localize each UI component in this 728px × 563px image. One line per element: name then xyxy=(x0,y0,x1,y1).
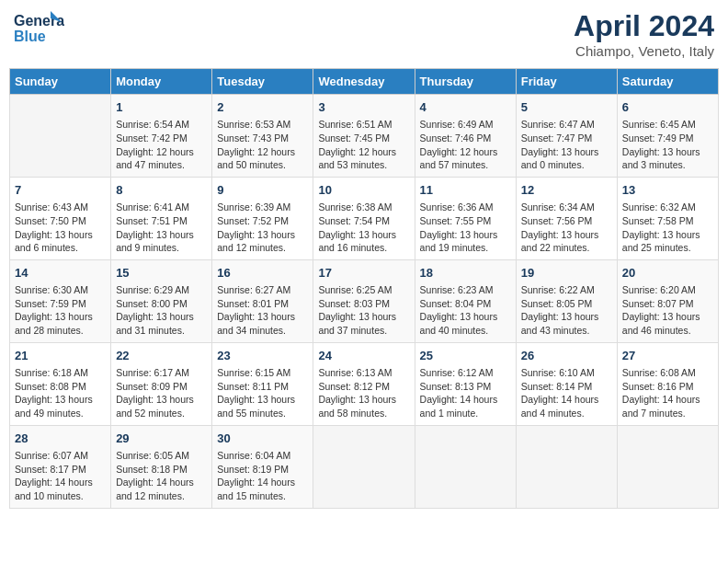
weekday-thursday: Thursday xyxy=(415,69,516,95)
calendar-cell: 26Sunrise: 6:10 AM Sunset: 8:14 PM Dayli… xyxy=(516,342,617,425)
weekday-wednesday: Wednesday xyxy=(313,69,415,95)
weekday-sunday: Sunday xyxy=(10,69,111,95)
calendar-cell: 5Sunrise: 6:47 AM Sunset: 7:47 PM Daylig… xyxy=(516,95,617,178)
svg-text:General: General xyxy=(14,13,64,29)
day-info: Sunrise: 6:20 AM Sunset: 8:07 PM Dayligh… xyxy=(622,283,713,338)
calendar-cell xyxy=(415,425,516,508)
day-info: Sunrise: 6:12 AM Sunset: 8:13 PM Dayligh… xyxy=(420,366,511,420)
day-number: 4 xyxy=(420,99,511,116)
calendar-cell: 16Sunrise: 6:27 AM Sunset: 8:01 PM Dayli… xyxy=(212,259,313,342)
day-info: Sunrise: 6:27 AM Sunset: 8:01 PM Dayligh… xyxy=(217,283,308,338)
calendar-cell: 17Sunrise: 6:25 AM Sunset: 8:03 PM Dayli… xyxy=(313,259,415,342)
day-info: Sunrise: 6:34 AM Sunset: 7:56 PM Dayligh… xyxy=(521,201,612,255)
calendar-cell: 30Sunrise: 6:04 AM Sunset: 8:19 PM Dayli… xyxy=(212,425,313,508)
day-info: Sunrise: 6:15 AM Sunset: 8:11 PM Dayligh… xyxy=(217,366,308,420)
logo: GeneralBlue xyxy=(14,9,64,46)
calendar-cell: 13Sunrise: 6:32 AM Sunset: 7:58 PM Dayli… xyxy=(617,177,718,259)
day-number: 7 xyxy=(15,182,106,199)
day-info: Sunrise: 6:47 AM Sunset: 7:47 PM Dayligh… xyxy=(521,118,612,172)
day-info: Sunrise: 6:38 AM Sunset: 7:54 PM Dayligh… xyxy=(318,201,409,255)
page-subtitle: Chiampo, Veneto, Italy xyxy=(574,43,714,59)
calendar-cell: 27Sunrise: 6:08 AM Sunset: 8:16 PM Dayli… xyxy=(617,342,718,425)
day-number: 8 xyxy=(116,182,207,199)
calendar-week-1: 1Sunrise: 6:54 AM Sunset: 7:42 PM Daylig… xyxy=(10,95,719,178)
day-number: 10 xyxy=(318,182,409,199)
day-info: Sunrise: 6:36 AM Sunset: 7:55 PM Dayligh… xyxy=(420,201,511,255)
calendar-cell: 7Sunrise: 6:43 AM Sunset: 7:50 PM Daylig… xyxy=(10,177,111,259)
calendar-cell: 28Sunrise: 6:07 AM Sunset: 8:17 PM Dayli… xyxy=(10,425,111,508)
calendar-cell xyxy=(313,425,415,508)
day-number: 17 xyxy=(318,265,409,282)
day-number: 16 xyxy=(217,265,308,282)
weekday-saturday: Saturday xyxy=(617,69,718,95)
day-info: Sunrise: 6:39 AM Sunset: 7:52 PM Dayligh… xyxy=(217,201,308,255)
logo-svg: GeneralBlue xyxy=(14,9,64,46)
day-info: Sunrise: 6:13 AM Sunset: 8:12 PM Dayligh… xyxy=(318,366,409,420)
day-number: 5 xyxy=(521,99,612,116)
calendar-cell: 6Sunrise: 6:45 AM Sunset: 7:49 PM Daylig… xyxy=(617,95,718,178)
calendar-cell: 19Sunrise: 6:22 AM Sunset: 8:05 PM Dayli… xyxy=(516,259,617,342)
day-number: 15 xyxy=(116,265,207,282)
day-number: 25 xyxy=(420,348,511,364)
calendar-cell: 11Sunrise: 6:36 AM Sunset: 7:55 PM Dayli… xyxy=(415,177,516,259)
title-block: April 2024 Chiampo, Veneto, Italy xyxy=(574,9,714,59)
calendar-cell: 2Sunrise: 6:53 AM Sunset: 7:43 PM Daylig… xyxy=(212,95,313,178)
day-number: 3 xyxy=(318,99,409,116)
day-info: Sunrise: 6:41 AM Sunset: 7:51 PM Dayligh… xyxy=(116,201,207,255)
page-header: GeneralBlue April 2024 Chiampo, Veneto, … xyxy=(9,9,719,59)
day-number: 20 xyxy=(622,265,713,282)
day-number: 9 xyxy=(217,182,308,199)
day-number: 24 xyxy=(318,348,409,364)
day-info: Sunrise: 6:49 AM Sunset: 7:46 PM Dayligh… xyxy=(420,118,511,172)
day-info: Sunrise: 6:32 AM Sunset: 7:58 PM Dayligh… xyxy=(622,201,713,255)
day-info: Sunrise: 6:30 AM Sunset: 7:59 PM Dayligh… xyxy=(15,283,106,338)
day-number: 28 xyxy=(15,431,106,447)
day-number: 1 xyxy=(116,99,207,116)
calendar-cell: 25Sunrise: 6:12 AM Sunset: 8:13 PM Dayli… xyxy=(415,342,516,425)
day-number: 6 xyxy=(622,99,713,116)
day-number: 18 xyxy=(420,265,511,282)
calendar-cell xyxy=(516,425,617,508)
calendar-cell: 15Sunrise: 6:29 AM Sunset: 8:00 PM Dayli… xyxy=(111,259,212,342)
day-number: 26 xyxy=(521,348,612,364)
day-info: Sunrise: 6:04 AM Sunset: 8:19 PM Dayligh… xyxy=(217,449,308,503)
weekday-tuesday: Tuesday xyxy=(212,69,313,95)
svg-text:Blue: Blue xyxy=(14,29,46,44)
calendar-cell xyxy=(617,425,718,508)
day-info: Sunrise: 6:07 AM Sunset: 8:17 PM Dayligh… xyxy=(15,449,106,503)
day-info: Sunrise: 6:22 AM Sunset: 8:05 PM Dayligh… xyxy=(521,283,612,338)
day-info: Sunrise: 6:10 AM Sunset: 8:14 PM Dayligh… xyxy=(521,366,612,420)
calendar-cell: 24Sunrise: 6:13 AM Sunset: 8:12 PM Dayli… xyxy=(313,342,415,425)
day-number: 13 xyxy=(622,182,713,199)
day-number: 12 xyxy=(521,182,612,199)
calendar-cell: 1Sunrise: 6:54 AM Sunset: 7:42 PM Daylig… xyxy=(111,95,212,178)
day-info: Sunrise: 6:18 AM Sunset: 8:08 PM Dayligh… xyxy=(15,366,106,420)
day-info: Sunrise: 6:54 AM Sunset: 7:42 PM Dayligh… xyxy=(116,118,207,172)
weekday-monday: Monday xyxy=(111,69,212,95)
calendar-cell: 18Sunrise: 6:23 AM Sunset: 8:04 PM Dayli… xyxy=(415,259,516,342)
calendar-week-3: 14Sunrise: 6:30 AM Sunset: 7:59 PM Dayli… xyxy=(10,259,719,342)
calendar-week-5: 28Sunrise: 6:07 AM Sunset: 8:17 PM Dayli… xyxy=(10,425,719,508)
day-number: 14 xyxy=(15,265,106,282)
day-info: Sunrise: 6:45 AM Sunset: 7:49 PM Dayligh… xyxy=(622,118,713,172)
calendar-cell: 23Sunrise: 6:15 AM Sunset: 8:11 PM Dayli… xyxy=(212,342,313,425)
calendar-cell: 10Sunrise: 6:38 AM Sunset: 7:54 PM Dayli… xyxy=(313,177,415,259)
day-info: Sunrise: 6:05 AM Sunset: 8:18 PM Dayligh… xyxy=(116,449,207,503)
calendar-cell: 20Sunrise: 6:20 AM Sunset: 8:07 PM Dayli… xyxy=(617,259,718,342)
day-number: 22 xyxy=(116,348,207,364)
day-number: 23 xyxy=(217,348,308,364)
calendar-cell: 22Sunrise: 6:17 AM Sunset: 8:09 PM Dayli… xyxy=(111,342,212,425)
day-info: Sunrise: 6:53 AM Sunset: 7:43 PM Dayligh… xyxy=(217,118,308,172)
calendar-table: SundayMondayTuesdayWednesdayThursdayFrid… xyxy=(9,68,719,509)
day-info: Sunrise: 6:51 AM Sunset: 7:45 PM Dayligh… xyxy=(318,118,409,172)
calendar-cell: 21Sunrise: 6:18 AM Sunset: 8:08 PM Dayli… xyxy=(10,342,111,425)
calendar-cell: 3Sunrise: 6:51 AM Sunset: 7:45 PM Daylig… xyxy=(313,95,415,178)
day-number: 19 xyxy=(521,265,612,282)
calendar-cell: 12Sunrise: 6:34 AM Sunset: 7:56 PM Dayli… xyxy=(516,177,617,259)
day-number: 27 xyxy=(622,348,713,364)
page-title: April 2024 xyxy=(574,9,714,43)
calendar-cell xyxy=(10,95,111,178)
day-number: 2 xyxy=(217,99,308,116)
day-number: 21 xyxy=(15,348,106,364)
day-info: Sunrise: 6:17 AM Sunset: 8:09 PM Dayligh… xyxy=(116,366,207,420)
